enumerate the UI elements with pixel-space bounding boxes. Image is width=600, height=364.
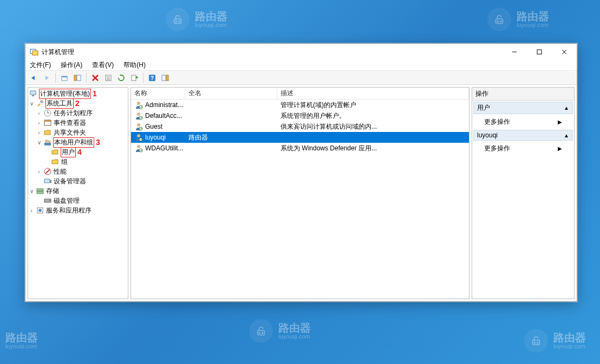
- user-desc: 系统管理的用户帐户。: [277, 111, 469, 121]
- forward-button[interactable]: [41, 72, 53, 84]
- menubar: 文件(F) 操作(A) 查看(V) 帮助(H): [25, 60, 577, 71]
- user-icon: [134, 111, 143, 120]
- svg-point-60: [139, 127, 142, 130]
- close-button[interactable]: [552, 44, 577, 60]
- user-name: Administrat...: [145, 101, 183, 109]
- action-group-header[interactable]: 用户▲: [473, 102, 573, 114]
- collapse-icon: ▲: [564, 105, 569, 111]
- user-row[interactable]: DefaultAcc...系统管理的用户帐户。: [131, 110, 469, 121]
- tools-icon: [36, 99, 44, 108]
- expand-icon[interactable]: ›: [36, 120, 42, 126]
- actions-title: 操作: [472, 88, 574, 101]
- properties-button[interactable]: [102, 72, 114, 84]
- menu-view[interactable]: 查看(V): [90, 61, 116, 70]
- maximize-button[interactable]: [527, 44, 552, 60]
- user-icon: [134, 101, 143, 109]
- shared-folder-icon: [43, 128, 52, 137]
- column-desc[interactable]: 描述: [277, 88, 469, 99]
- column-name[interactable]: 名称: [131, 88, 185, 99]
- svg-rect-47: [44, 179, 50, 183]
- titlebar[interactable]: 计算机管理: [25, 44, 577, 60]
- show-hide-button[interactable]: [71, 72, 83, 84]
- actions-pane: 操作 用户▲更多操作▶luyouqi▲更多操作▶: [472, 87, 575, 299]
- svg-point-54: [38, 209, 42, 212]
- user-name: Guest: [145, 123, 162, 130]
- collapse-icon[interactable]: ∨: [36, 140, 42, 145]
- submenu-icon: ▶: [558, 145, 562, 151]
- refresh-button[interactable]: [115, 72, 127, 84]
- collapse-icon[interactable]: ∨: [28, 101, 35, 107]
- tree-users[interactable]: 用户 4: [28, 147, 128, 157]
- delete-button[interactable]: [89, 72, 101, 84]
- minimize-button[interactable]: [502, 44, 527, 60]
- tree-event-viewer[interactable]: › 事件查看器: [28, 118, 128, 128]
- export-button[interactable]: [128, 72, 140, 84]
- user-row[interactable]: Administrat...管理计算机(域)的内置帐户: [131, 100, 469, 110]
- tree-root[interactable]: 计算机管理(本地) 1: [28, 89, 128, 98]
- window-title: 计算机管理: [42, 48, 502, 57]
- user-row[interactable]: WDAGUtilit...系统为 Windows Defender 应用...: [131, 143, 469, 154]
- expand-icon[interactable]: ›: [36, 169, 42, 175]
- menu-file[interactable]: 文件(F): [28, 61, 53, 70]
- svg-rect-6: [258, 330, 265, 335]
- list-header: 名称 全名 描述: [131, 88, 469, 100]
- user-row[interactable]: Guest供来宾访问计算机或访问域的内...: [131, 121, 469, 132]
- collapse-icon[interactable]: ∨: [28, 188, 35, 194]
- svg-text:?: ?: [151, 75, 154, 81]
- user-name: WDAGUtilit...: [145, 144, 184, 152]
- action-group-header[interactable]: luyouqi▲: [473, 130, 573, 141]
- tree-performance[interactable]: › 性能: [28, 167, 128, 176]
- list-pane: 名称 全名 描述 Administrat...管理计算机(域)的内置帐户Defa…: [131, 87, 469, 299]
- expand-icon[interactable]: ›: [36, 130, 42, 136]
- svg-rect-20: [62, 76, 67, 77]
- svg-point-11: [537, 342, 538, 343]
- help-button[interactable]: ?: [146, 72, 158, 84]
- svg-rect-50: [37, 191, 43, 194]
- svg-point-5: [500, 21, 501, 22]
- svg-point-10: [534, 342, 535, 343]
- users-group-icon: [43, 138, 52, 147]
- svg-rect-32: [162, 75, 166, 81]
- actions-pane-toggle[interactable]: [159, 72, 171, 84]
- column-full[interactable]: 全名: [185, 88, 277, 99]
- app-icon: [30, 48, 38, 56]
- back-button[interactable]: [28, 72, 40, 84]
- tree-local-users-groups[interactable]: ∨ 本地用户和组 3: [28, 137, 128, 147]
- svg-point-56: [139, 105, 142, 109]
- storage-icon: [36, 187, 44, 195]
- tree-services-apps[interactable]: › 服务和应用程序: [28, 206, 128, 215]
- tree-groups[interactable]: 组: [28, 157, 128, 167]
- svg-rect-41: [44, 120, 51, 122]
- tree-storage[interactable]: ∨ 存储: [28, 186, 128, 196]
- user-row[interactable]: luyouqi路由器: [131, 132, 469, 143]
- watermark-sub: luyouqi.com: [195, 22, 227, 28]
- tree-system-tools[interactable]: ∨ 系统工具 2: [28, 98, 128, 108]
- computer-management-window: 计算机管理 文件(F) 操作(A) 查看(V) 帮助(H) ?: [25, 43, 577, 302]
- user-full: 路由器: [185, 133, 277, 142]
- svg-rect-48: [50, 180, 51, 183]
- user-icon: [134, 144, 143, 153]
- event-icon: [43, 118, 52, 127]
- svg-point-55: [137, 102, 140, 105]
- tree-shared-folders[interactable]: › 共享文件夹: [28, 128, 128, 137]
- svg-point-58: [139, 116, 142, 120]
- svg-point-36: [40, 100, 43, 103]
- menu-action[interactable]: 操作(A): [58, 61, 84, 70]
- tree-device-manager[interactable]: 设备管理器: [28, 176, 128, 186]
- svg-rect-21: [74, 75, 76, 81]
- menu-help[interactable]: 帮助(H): [121, 61, 148, 70]
- folder-icon: [51, 157, 60, 166]
- tree-task-scheduler[interactable]: › 任务计划程序: [28, 108, 128, 118]
- svg-rect-9: [533, 340, 540, 345]
- expand-icon[interactable]: ›: [28, 208, 35, 214]
- svg-point-1: [175, 21, 177, 22]
- user-icon: [134, 133, 143, 142]
- up-button[interactable]: [58, 72, 70, 84]
- svg-rect-44: [44, 143, 51, 145]
- svg-point-8: [262, 333, 263, 334]
- tree-disk-management[interactable]: 磁盘管理: [28, 196, 128, 206]
- expand-icon[interactable]: ›: [36, 110, 42, 116]
- action-item[interactable]: 更多操作▶: [473, 142, 573, 155]
- svg-point-61: [137, 134, 140, 137]
- action-item[interactable]: 更多操作▶: [473, 115, 573, 129]
